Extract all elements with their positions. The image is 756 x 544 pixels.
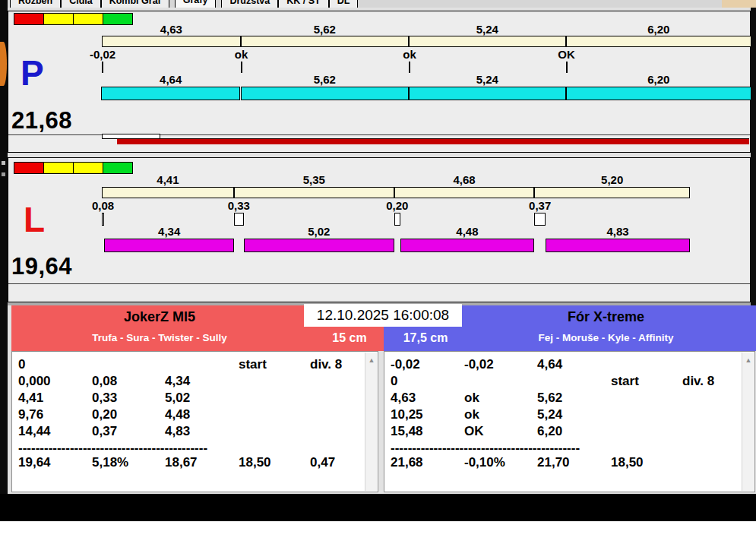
changeover-value: 0,37 [506, 201, 574, 211]
lane-l-total-time: 19,64 [11, 255, 72, 278]
result-cell: div. 8 [310, 358, 342, 372]
leg-time-bar [546, 239, 690, 252]
result-cell: start [239, 358, 267, 372]
lane-l-letter: L [24, 202, 45, 237]
result-cell: 5,24 [537, 408, 562, 422]
status-strip-cell [73, 162, 103, 174]
result-cell: 0,33 [92, 391, 117, 405]
lane-p-panel: P 21,68 4,63-0,024,645,62ok5,625,24ok5,2… [8, 11, 751, 153]
scroll-up-icon: ▲ [365, 355, 378, 365]
leg-time-value: 5,24 [409, 74, 566, 85]
lane-p-total-time: 21,68 [11, 109, 72, 132]
result-cell: 4,48 [165, 408, 190, 422]
team-right-members: Fej - Moruše - Kyle - Affinity [456, 332, 756, 343]
split-time-value: 4,41 [102, 175, 234, 185]
team-right-jump-height: 17,5 cm [384, 331, 467, 345]
changeover-marker [534, 213, 546, 226]
tab-kombi-graf[interactable]: Kombi Graf [101, 0, 169, 8]
leg-time-bar [566, 87, 751, 100]
changeover-marker [102, 213, 104, 226]
lane-p-progress-bar [117, 138, 749, 144]
split-bar-divider [233, 187, 235, 198]
leg-time-bar [400, 239, 535, 252]
status-strip-cell [14, 13, 44, 25]
result-cell: div. 8 [682, 375, 714, 388]
bottom-black-bar [0, 494, 756, 521]
status-strip-cell [43, 13, 74, 25]
leg-time-value: 4,83 [546, 226, 690, 237]
result-cell: 6,20 [537, 425, 562, 438]
result-cell: 14,44 [18, 425, 51, 438]
tab-grafy[interactable]: Grafy [175, 0, 217, 8]
split-time-value: 5,20 [534, 175, 690, 185]
leg-time-value: 4,34 [104, 226, 234, 237]
result-cell: 4,64 [537, 358, 562, 372]
result-cell: -0,02 [391, 358, 420, 372]
split-bar-divider [565, 36, 567, 47]
result-cell: 0,20 [92, 408, 117, 422]
tab-rozbeh[interactable]: Rozbeh [10, 0, 61, 8]
scroll-up-icon: ▲ [742, 355, 754, 365]
result-cell: -0,02 [464, 358, 494, 372]
status-strip-cell [103, 162, 133, 174]
result-cell: start [611, 375, 639, 388]
leg-time-value: 4,48 [400, 226, 535, 237]
result-cell: 4,83 [165, 425, 190, 438]
leg-time-value: 4,64 [101, 74, 240, 85]
result-cell: 5,62 [537, 391, 562, 405]
team-left-results-list[interactable]: 0startdiv. 80,0000,084,344,410,335,029,7… [11, 351, 378, 492]
team-left-name: JokerZ MI5 [11, 309, 308, 324]
result-total-cell: 21,68 [391, 456, 423, 470]
changeover-marker [241, 62, 242, 73]
divider-line: ----------------------------------------… [391, 441, 606, 454]
team-left-jump-height: 15 cm [312, 331, 387, 345]
tab-dl[interactable]: DL [329, 0, 359, 8]
lane-p-letter: P [21, 55, 44, 90]
team-right-results-list[interactable]: -0,02-0,024,640startdiv. 84,63ok5,6210,2… [384, 351, 755, 492]
leg-time-value: 5,62 [241, 74, 410, 85]
split-bar-divider [408, 36, 410, 47]
tab-idl[interactable]: Čidlá [61, 0, 101, 8]
scrollbar[interactable]: ▲ [365, 353, 377, 491]
changeover-marker [566, 62, 568, 73]
split-time-value: 6,20 [566, 24, 751, 35]
result-cell: 15,48 [391, 425, 423, 438]
result-total-cell: 21,70 [537, 456, 570, 470]
changeover-marker [394, 213, 400, 226]
result-total-cell: -0,10% [464, 456, 505, 470]
result-cell: 0,37 [92, 425, 117, 438]
status-strip-cell [103, 13, 133, 25]
tab-kk-t[interactable]: KK / ŠT [278, 0, 328, 8]
background-glyph-fragment [2, 161, 5, 165]
changeover-value: -0,02 [68, 49, 137, 60]
leg-time-bar [104, 239, 234, 252]
changeover-marker [102, 62, 103, 73]
team-right-name: Fór X-treme [456, 309, 756, 324]
result-cell: 0 [18, 358, 25, 372]
background-window-edge-right [751, 8, 756, 305]
background-window-fragment [722, 0, 756, 8]
result-cell: 4,41 [18, 391, 43, 405]
status-strip-cell [14, 162, 44, 174]
changeover-value: ok [207, 49, 276, 60]
background-icon-fragment [0, 42, 7, 86]
scrollbar[interactable]: ▲ [742, 353, 754, 491]
race-graph-screen: RozbehČidláKombi GrafGrafyDružstváKK / Š… [0, 0, 756, 544]
changeover-value: 0,20 [363, 201, 432, 211]
split-progress-bar [102, 187, 690, 198]
changeover-marker [409, 62, 410, 73]
result-cell: 10,25 [391, 408, 423, 422]
split-bar-divider [533, 187, 535, 198]
split-progress-bar [102, 36, 751, 47]
result-total-cell: 18,50 [611, 456, 644, 470]
background-glyph-fragment [2, 172, 5, 176]
result-cell: 0,08 [92, 375, 117, 388]
result-cell: 4,34 [165, 375, 190, 388]
leg-time-bar [409, 87, 566, 100]
tab-dru-stv[interactable]: Družstvá [221, 0, 278, 8]
split-bar-divider [240, 36, 242, 47]
result-total-cell: 5,18% [92, 456, 128, 470]
leg-time-bar [101, 87, 240, 100]
lane-l-panel: L 19,64 4,410,084,345,350,335,024,680,20… [8, 157, 751, 302]
status-strip-cell [73, 13, 103, 25]
